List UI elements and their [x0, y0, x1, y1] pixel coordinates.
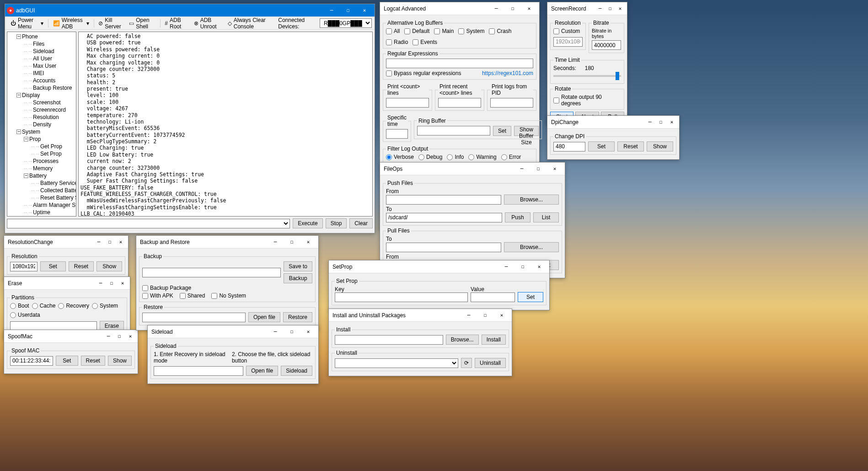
minimize-button[interactable]: ─	[267, 237, 284, 248]
tree-get-prop[interactable]: Get Prop	[7, 143, 76, 150]
open-file-button[interactable]: Open file	[248, 312, 280, 322]
custom-checkbox[interactable]: Custom	[553, 28, 580, 34]
tree-files[interactable]: Files	[7, 40, 76, 48]
close-button[interactable]: ✕	[300, 326, 316, 337]
tree-imei[interactable]: IMEI	[7, 70, 76, 77]
time-slider[interactable]	[553, 75, 621, 77]
close-button[interactable]: ✕	[531, 261, 547, 272]
install-button[interactable]: Install	[482, 335, 506, 345]
maximize-button[interactable]: ☐	[514, 261, 531, 272]
print-pid-input[interactable]	[490, 98, 533, 108]
with-apk-checkbox[interactable]: With APK	[142, 292, 173, 299]
res-set-button[interactable]: Set	[40, 261, 66, 271]
tree-accounts[interactable]: Accounts	[7, 77, 76, 84]
pull-to-input[interactable]	[386, 243, 501, 252]
close-button[interactable]: ✕	[125, 331, 136, 342]
sr-resolution-input[interactable]	[553, 37, 583, 47]
crash-checkbox[interactable]: Crash	[489, 28, 511, 34]
recovery-radio[interactable]: Recovery	[58, 303, 89, 309]
mac-show-button[interactable]: Show	[108, 356, 132, 366]
push-list-button[interactable]: List	[533, 212, 559, 222]
close-button[interactable]: ✕	[521, 3, 537, 14]
install-path-input[interactable]	[335, 335, 443, 345]
tree-cpu-info[interactable]: CPU Info	[7, 216, 76, 217]
tree-processes[interactable]: Processes	[7, 157, 76, 165]
device-select[interactable]: R███0GP███	[320, 18, 372, 28]
info-radio[interactable]: Info	[447, 154, 464, 160]
tree-display[interactable]: −Display	[7, 92, 76, 99]
res-show-button[interactable]: Show	[96, 261, 122, 271]
setprop-set-button[interactable]: Set	[518, 292, 543, 302]
close-button[interactable]: ✕	[117, 278, 128, 289]
maximize-button[interactable]: ☐	[605, 3, 615, 14]
specific-time-input[interactable]	[386, 129, 408, 139]
clear-button[interactable]: Clear	[349, 218, 373, 228]
maximize-button[interactable]: ☐	[655, 117, 666, 128]
pull-browse-button[interactable]: Browse...	[504, 242, 559, 252]
rotate-checkbox[interactable]: Rotate output 90 degrees	[553, 94, 621, 107]
backup-package-checkbox[interactable]: Backup Package	[142, 285, 191, 291]
minimize-button[interactable]: ─	[103, 331, 114, 342]
tree-battery[interactable]: −Battery	[7, 172, 76, 179]
minimize-button[interactable]: ─	[498, 261, 514, 272]
command-input[interactable]	[7, 219, 290, 228]
nav-tree[interactable]: −Phone Files Sideload All User Max User …	[7, 32, 76, 217]
setprop-value-input[interactable]	[471, 292, 515, 302]
regex-input[interactable]	[386, 59, 533, 68]
tree-system[interactable]: −System	[7, 128, 76, 135]
close-button[interactable]: ✕	[493, 310, 510, 321]
save-to-button[interactable]: Save to	[284, 261, 312, 271]
maximize-button[interactable]: ☐	[106, 278, 117, 289]
no-system-checkbox[interactable]: No System	[211, 292, 246, 299]
maximize-button[interactable]: ☐	[284, 237, 300, 248]
maximize-button[interactable]: ☐	[340, 5, 356, 16]
push-from-input[interactable]	[386, 195, 501, 205]
tree-all-user[interactable]: All User	[7, 55, 76, 62]
all-checkbox[interactable]: All	[386, 28, 400, 34]
minimize-button[interactable]: ─	[461, 310, 477, 321]
tree-uptime[interactable]: Uptime	[7, 209, 76, 216]
minimize-button[interactable]: ─	[595, 3, 605, 14]
show-buffer-button[interactable]: Show Buffer Size	[514, 126, 539, 136]
tree-reset-battery[interactable]: Reset Battery Stats	[7, 194, 76, 201]
sideload-path-input[interactable]	[154, 366, 243, 376]
sideload-button[interactable]: Sideload	[281, 366, 312, 376]
radio-checkbox[interactable]: Radio	[386, 39, 408, 45]
maximize-button[interactable]: ☐	[504, 3, 521, 14]
tree-screenshot[interactable]: Screenshot	[7, 99, 76, 106]
install-browse-button[interactable]: Browse...	[446, 335, 479, 345]
print-recent-input[interactable]	[438, 98, 481, 108]
mac-set-button[interactable]: Set	[56, 356, 78, 366]
system-radio[interactable]: System	[92, 303, 118, 309]
boot-radio[interactable]: Boot	[10, 303, 29, 309]
tree-density[interactable]: Density	[7, 121, 76, 128]
dpi-input[interactable]	[553, 142, 585, 152]
maximize-button[interactable]: ☐	[530, 163, 547, 174]
ring-set-button[interactable]: Set	[493, 126, 511, 136]
tree-prop[interactable]: −Prop	[7, 135, 76, 143]
print-count-input[interactable]	[386, 98, 429, 108]
maximize-button[interactable]: ☐	[284, 326, 300, 337]
maximize-button[interactable]: ☐	[114, 331, 125, 342]
tree-memory[interactable]: Memory	[7, 165, 76, 172]
shared-checkbox[interactable]: Shared	[180, 292, 205, 299]
minimize-button[interactable]: ─	[323, 5, 340, 16]
tree-phone[interactable]: −Phone	[7, 33, 76, 40]
close-button[interactable]: ✕	[356, 5, 373, 16]
kill-server-button[interactable]: ⊘Kill Server	[96, 16, 125, 31]
verbose-radio[interactable]: Verbose	[386, 154, 414, 160]
bypass-regex-checkbox[interactable]: Bypass regular expressions	[386, 70, 461, 76]
tree-resolution[interactable]: Resolution	[7, 114, 76, 121]
adb-unroot-button[interactable]: ⊗ADB Unroot	[191, 16, 224, 31]
wireless-adb-button[interactable]: 📶Wireless ADB ▾	[50, 16, 92, 31]
mac-input[interactable]	[10, 356, 53, 366]
main-checkbox[interactable]: Main	[434, 28, 454, 34]
sideload-open-button[interactable]: Open file	[246, 366, 278, 376]
power-menu-button[interactable]: ⏻Power Menu ▾	[8, 16, 46, 31]
dpi-show-button[interactable]: Show	[647, 141, 673, 152]
cache-radio[interactable]: Cache	[32, 303, 56, 309]
restore-button[interactable]: Restore	[283, 312, 312, 322]
close-button[interactable]: ✕	[115, 237, 126, 248]
tree-collected-battery[interactable]: Collected Battery Stats	[7, 187, 76, 194]
close-button[interactable]: ✕	[300, 237, 316, 248]
